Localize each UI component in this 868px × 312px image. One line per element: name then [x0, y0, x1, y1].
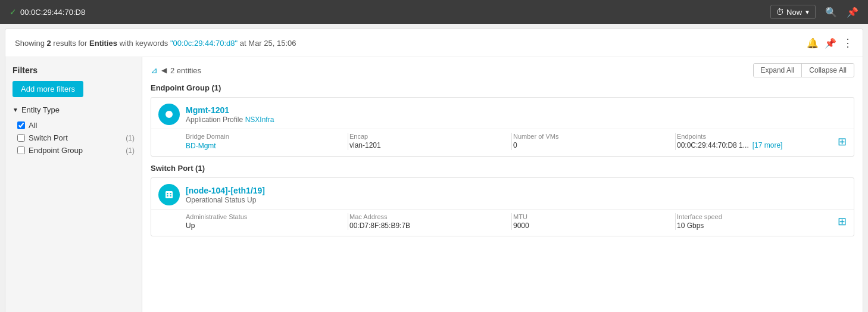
- entity-card-mgmt-1201: Mgmt-1201 Application Profile NSXInfra B…: [151, 97, 854, 157]
- field-label-bridge-domain: Bridge Domain: [186, 133, 346, 140]
- field-label-interface-speed: Interface speed: [677, 213, 838, 220]
- main-container: Showing 2 results for Entities with keyw…: [5, 29, 863, 312]
- keywords-prefix: with keywords: [120, 39, 170, 48]
- field-label-mtu: MTU: [513, 213, 674, 220]
- chevron-down-icon: ▼: [804, 9, 810, 15]
- results-text: results for: [53, 39, 89, 48]
- entities-count: 2 entities: [170, 66, 201, 75]
- entity-name-link-mgmt-1201[interactable]: Mgmt-1201: [186, 105, 229, 115]
- field-value-mac-address: 00:D7:8F:85:B9:7B: [349, 221, 510, 230]
- header-bar: Showing 2 results for Entities with keyw…: [5, 29, 863, 57]
- expand-collapse-buttons: Expand All Collapse All: [753, 63, 854, 77]
- field-label-endpoints: Endpoints: [677, 133, 838, 140]
- field-value-endpoints: 00:0C:29:44:70:D8 1... [17 more]: [677, 141, 838, 149]
- field-admin-status: Administrative Status Up: [186, 213, 346, 230]
- expand-all-button[interactable]: Expand All: [754, 64, 803, 77]
- entity-sub-value-link-mgmt[interactable]: NSXInfra: [245, 116, 274, 124]
- filter-count-switch-port: (1): [126, 134, 135, 142]
- field-label-encap: Encap: [349, 133, 510, 140]
- svg-rect-2: [167, 193, 168, 194]
- entity-sub-label-node: Operational Status: [186, 196, 245, 204]
- field-value-num-vms: 0: [513, 141, 674, 149]
- group-header-switch-port: Switch Port (1): [151, 164, 854, 173]
- filter-item-switch-port: Switch Port (1): [13, 132, 135, 144]
- topbar-left: ✓ 00:0C:29:44:70:D8: [10, 7, 85, 17]
- field-interface-speed: Interface speed 10 Gbps: [677, 213, 838, 230]
- body-layout: Filters Add more filters ▼ Entity Type A…: [5, 57, 863, 312]
- filter-checkbox-endpoint-group[interactable]: [17, 146, 25, 154]
- pin-button[interactable]: 📌: [847, 7, 858, 18]
- topbar-right: ⏱ Now ▼ 🔍 📌: [770, 5, 858, 19]
- entities-label: Entities: [89, 39, 117, 48]
- entity-type-filter-section[interactable]: ▼ Entity Type: [13, 105, 135, 114]
- entity-name-container-node: [node-104]-[eth1/19] Operational Status …: [186, 186, 265, 204]
- filter-label-endpoint-group: Endpoint Group: [29, 146, 83, 155]
- field-value-admin-status: Up: [186, 221, 346, 230]
- entity-name-link-node-104[interactable]: [node-104]-[eth1/19]: [186, 186, 265, 195]
- pin-icon-button[interactable]: 📌: [825, 38, 836, 49]
- header-text: Showing 2 results for Entities with keyw…: [15, 39, 296, 48]
- filter-label-all: All: [29, 121, 37, 130]
- filter-item-all: All: [13, 119, 135, 132]
- group-header-endpoint-group: Endpoint Group (1): [151, 83, 854, 92]
- field-encap: Encap vlan-1201: [349, 133, 510, 149]
- endpoints-value-text: 00:0C:29:44:70:D8 1...: [677, 141, 749, 149]
- filter-label-switch-port: Switch Port: [29, 133, 68, 142]
- filter-item-endpoint-group: Endpoint Group (1): [13, 144, 135, 157]
- collapse-all-button[interactable]: Collapse All: [802, 64, 854, 77]
- field-value-bridge-domain[interactable]: BD-Mgmt: [186, 142, 216, 150]
- endpoints-more-link[interactable]: [17 more]: [753, 141, 783, 149]
- entities-info: ⊿ ◀ 2 entities: [151, 65, 201, 75]
- expand-card-mgmt-button[interactable]: ⊞: [838, 135, 847, 148]
- at-text: at: [240, 39, 248, 48]
- entity-card-header-mgmt-1201: Mgmt-1201 Application Profile NSXInfra: [151, 98, 854, 129]
- field-value-interface-speed: 10 Gbps: [677, 221, 838, 230]
- field-label-mac-address: Mac Address: [349, 213, 510, 220]
- svg-rect-5: [170, 195, 171, 196]
- add-filters-button[interactable]: Add more filters: [13, 81, 83, 97]
- field-value-encap: vlan-1201: [349, 141, 510, 149]
- entity-icon-switch-port: [158, 184, 180, 205]
- result-count: 2: [46, 39, 51, 48]
- filter-checkbox-switch-port[interactable]: [17, 134, 25, 142]
- sidebar-title: Filters: [13, 65, 135, 75]
- filter-count-endpoint-group: (1): [126, 146, 135, 155]
- field-mtu: MTU 9000: [513, 213, 674, 230]
- clock-icon: ⏱: [776, 7, 784, 17]
- field-label-admin-status: Administrative Status: [186, 213, 346, 220]
- bell-icon-button[interactable]: 🔔: [807, 38, 819, 49]
- filter-icon: ⊿: [151, 65, 158, 75]
- now-button[interactable]: ⏱ Now ▼: [770, 5, 816, 19]
- expand-card-node-button[interactable]: ⊞: [838, 215, 847, 228]
- entity-fields-mgmt-1201: Bridge Domain BD-Mgmt Encap vlan-1201 Nu…: [151, 129, 854, 156]
- entity-name-container-mgmt: Mgmt-1201 Application Profile NSXInfra: [186, 105, 274, 124]
- entity-sub-label-mgmt: Application Profile: [186, 116, 243, 124]
- search-button[interactable]: 🔍: [825, 7, 837, 18]
- entity-icon-endpoint-group: [158, 104, 180, 125]
- results-header: ⊿ ◀ 2 entities Expand All Collapse All: [151, 63, 854, 77]
- sidebar: Filters Add more filters ▼ Entity Type A…: [5, 57, 142, 312]
- more-options-button[interactable]: ⋮: [842, 36, 853, 49]
- entity-card-header-node-104: [node-104]-[eth1/19] Operational Status …: [151, 178, 854, 209]
- arrow-down-icon: ▼: [13, 107, 18, 113]
- timestamp: Mar 25, 15:06: [248, 39, 296, 48]
- field-label-num-vms: Number of VMs: [513, 133, 674, 140]
- svg-point-0: [166, 111, 173, 118]
- field-num-vms: Number of VMs 0: [513, 133, 674, 149]
- svg-rect-3: [170, 193, 171, 194]
- header-actions: 🔔 📌 ⋮: [807, 36, 853, 49]
- field-endpoints: Endpoints 00:0C:29:44:70:D8 1... [17 mor…: [677, 133, 838, 149]
- entity-fields-node-104: Administrative Status Up Mac Address 00:…: [151, 209, 854, 236]
- now-label: Now: [786, 8, 802, 17]
- svg-rect-4: [167, 195, 168, 196]
- check-icon: ✓: [10, 7, 17, 17]
- entity-card-node-104: [node-104]-[eth1/19] Operational Status …: [151, 177, 854, 236]
- topbar-mac-address: 00:0C:29:44:70:D8: [20, 8, 85, 17]
- back-icon: ◀: [161, 66, 167, 74]
- entity-type-label: Entity Type: [21, 105, 60, 114]
- showing-prefix: Showing: [15, 39, 46, 48]
- search-keyword: "00:0c:29:44:70:d8": [170, 39, 238, 48]
- entity-sub-value-node: Up: [247, 196, 256, 204]
- field-bridge-domain: Bridge Domain BD-Mgmt: [186, 133, 346, 150]
- filter-checkbox-all[interactable]: [17, 121, 25, 129]
